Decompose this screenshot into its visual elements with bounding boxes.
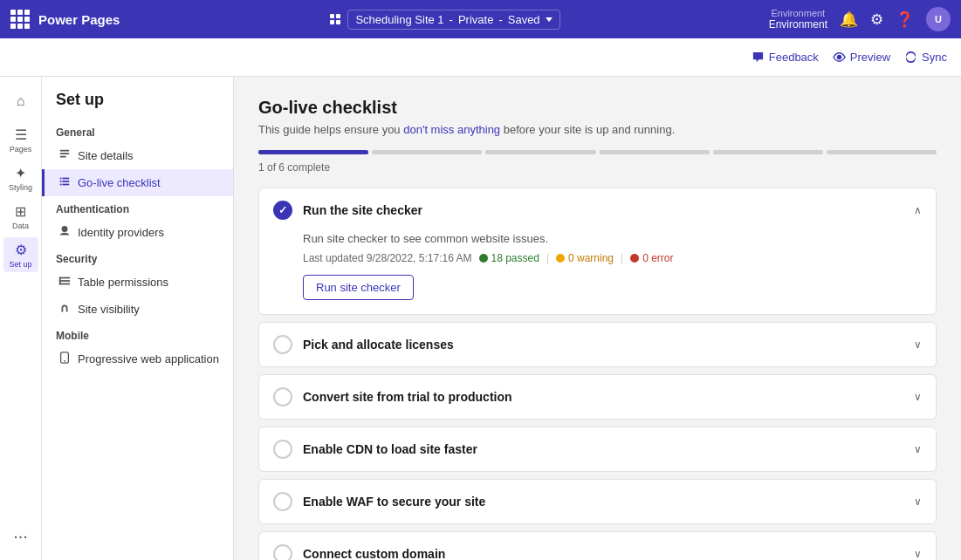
visibility-icon bbox=[58, 302, 71, 317]
iconbar-styling[interactable]: ✦ Styling bbox=[3, 160, 38, 195]
sidebar-section-mobile: Mobile bbox=[42, 323, 233, 345]
chevron-down-icon-2: ∨ bbox=[914, 338, 922, 351]
progress-bar bbox=[258, 150, 937, 154]
checklist-header-run-site-checker[interactable]: Run the site checker ∧ bbox=[259, 188, 936, 232]
feedback-label: Feedback bbox=[769, 51, 819, 64]
env-label: Environment bbox=[769, 9, 827, 18]
sidebar-item-go-live-checklist[interactable]: Go-live checklist bbox=[42, 169, 233, 196]
svg-rect-17 bbox=[59, 277, 61, 285]
avatar[interactable]: U bbox=[926, 7, 951, 31]
feedback-icon bbox=[752, 51, 765, 64]
iconbar-more[interactable]: ··· bbox=[3, 518, 38, 553]
sidebar-item-pwa[interactable]: Progressive web application bbox=[42, 345, 233, 372]
svg-rect-5 bbox=[60, 150, 70, 152]
svg-rect-2 bbox=[330, 20, 334, 24]
svg-point-4 bbox=[837, 55, 842, 60]
icon-bar: ⌂ ☰ Pages ✦ Styling ⊞ Data ⚙ Set up ··· bbox=[0, 77, 42, 560]
home-icon: ⌂ bbox=[17, 93, 25, 109]
last-updated: Last updated 9/28/2022, 5:17:16 AM bbox=[303, 252, 472, 264]
preview-label: Preview bbox=[850, 51, 890, 64]
pwa-icon bbox=[58, 352, 71, 366]
checklist-item-convert-site: Convert site from trial to production ∨ bbox=[258, 374, 937, 420]
app-title: Power Pages bbox=[38, 12, 120, 27]
custom-domain-label: Connect custom domain bbox=[303, 547, 903, 560]
progress-seg-6 bbox=[827, 150, 937, 154]
preview-button[interactable]: Preview bbox=[833, 51, 890, 64]
site-visibility-label: Site visibility bbox=[78, 303, 140, 316]
sync-button[interactable]: Sync bbox=[904, 51, 947, 64]
chevron-down-icon-5: ∨ bbox=[914, 495, 922, 508]
svg-rect-7 bbox=[60, 156, 66, 158]
data-icon: ⊞ bbox=[15, 203, 26, 220]
svg-rect-11 bbox=[62, 181, 69, 182]
sidebar: Set up General Site details Go-live chec… bbox=[42, 77, 234, 560]
sidebar-section-security: Security bbox=[42, 246, 233, 269]
progress-seg-2 bbox=[372, 150, 482, 154]
secondbar-right: Feedback Preview Sync bbox=[752, 51, 947, 64]
gear-icon[interactable]: ⚙ bbox=[870, 10, 883, 29]
topbar-left: Power Pages bbox=[10, 10, 120, 29]
enable-cdn-label: Enable CDN to load site faster bbox=[303, 442, 903, 456]
waffle-icon[interactable] bbox=[10, 10, 30, 29]
secondbar: Feedback Preview Sync bbox=[0, 38, 961, 77]
pick-licenses-label: Pick and allocate licenses bbox=[303, 338, 903, 352]
page-subtitle: This guide helps ensure you don't miss a… bbox=[258, 123, 937, 136]
svg-rect-16 bbox=[59, 283, 70, 285]
env-name: Environment bbox=[769, 18, 827, 31]
help-icon[interactable]: ❓ bbox=[896, 10, 914, 29]
run-site-checker-meta: Last updated 9/28/2022, 5:17:16 AM 18 pa… bbox=[303, 252, 922, 264]
data-label: Data bbox=[12, 222, 29, 230]
sync-label: Sync bbox=[922, 51, 947, 64]
setup-icon: ⚙ bbox=[15, 242, 27, 258]
identity-label: Identity providers bbox=[78, 226, 164, 239]
checklist-header-pick-licenses[interactable]: Pick and allocate licenses ∨ bbox=[259, 323, 936, 366]
sidebar-item-site-visibility[interactable]: Site visibility bbox=[42, 296, 233, 323]
svg-rect-14 bbox=[59, 277, 70, 279]
go-live-label: Go-live checklist bbox=[78, 176, 161, 189]
pages-label: Pages bbox=[10, 145, 32, 154]
run-site-checker-label: Run the site checker bbox=[303, 203, 903, 217]
content-area: Go-live checklist This guide helps ensur… bbox=[234, 77, 961, 560]
site-saved-sep: - bbox=[498, 13, 502, 26]
checklist-item-enable-waf: Enable WAF to secure your site ∨ bbox=[258, 479, 937, 524]
checklist-header-convert-site[interactable]: Convert site from trial to production ∨ bbox=[259, 375, 936, 419]
iconbar-setup[interactable]: ⚙ Set up bbox=[3, 237, 38, 272]
table-permissions-label: Table permissions bbox=[78, 276, 168, 289]
checklist-header-enable-waf[interactable]: Enable WAF to secure your site ∨ bbox=[259, 480, 936, 523]
sidebar-item-table-permissions[interactable]: Table permissions bbox=[42, 269, 233, 296]
svg-rect-13 bbox=[62, 184, 69, 186]
passed-dot bbox=[479, 254, 488, 263]
checklist-icon bbox=[58, 175, 71, 190]
setup-label: Set up bbox=[9, 260, 31, 269]
run-site-checker-desc: Run site checker to see common website i… bbox=[303, 232, 922, 245]
passed-count: 18 passed bbox=[479, 252, 539, 264]
feedback-button[interactable]: Feedback bbox=[752, 51, 819, 64]
sidebar-item-site-details[interactable]: Site details bbox=[42, 142, 233, 169]
run-site-checker-button[interactable]: Run site checker bbox=[303, 275, 414, 300]
dropdown-chevron bbox=[546, 17, 553, 22]
svg-rect-8 bbox=[60, 178, 62, 180]
sidebar-item-identity-providers[interactable]: Identity providers bbox=[42, 219, 233, 246]
checklist-header-custom-domain[interactable]: Connect custom domain ∨ bbox=[259, 532, 936, 560]
subtitle-link[interactable]: don't miss anything bbox=[403, 123, 500, 136]
iconbar-pages[interactable]: ☰ Pages bbox=[3, 122, 38, 157]
convert-site-label: Convert site from trial to production bbox=[303, 390, 903, 404]
svg-rect-0 bbox=[330, 14, 334, 18]
sidebar-title: Set up bbox=[42, 91, 233, 120]
chevron-down-icon-4: ∨ bbox=[914, 443, 922, 455]
site-saved: Saved bbox=[508, 13, 540, 26]
site-dropdown[interactable]: Scheduling Site 1 - Private - Saved bbox=[347, 10, 559, 30]
iconbar-data[interactable]: ⊞ Data bbox=[3, 199, 38, 234]
bell-icon[interactable]: 🔔 bbox=[840, 10, 858, 29]
progress-seg-5 bbox=[713, 150, 823, 154]
check-circle-done bbox=[273, 201, 292, 220]
site-name: Scheduling Site 1 bbox=[355, 13, 443, 26]
topbar: Power Pages Scheduling Site 1 - Private … bbox=[0, 0, 961, 38]
warning-count: 0 warning bbox=[556, 252, 614, 264]
check-circle-empty-3 bbox=[273, 387, 292, 406]
svg-rect-6 bbox=[60, 153, 70, 154]
iconbar-home[interactable]: ⌂ bbox=[3, 84, 38, 119]
enable-waf-label: Enable WAF to secure your site bbox=[303, 495, 903, 509]
progress-seg-4 bbox=[600, 150, 710, 154]
checklist-header-enable-cdn[interactable]: Enable CDN to load site faster ∨ bbox=[259, 427, 936, 471]
